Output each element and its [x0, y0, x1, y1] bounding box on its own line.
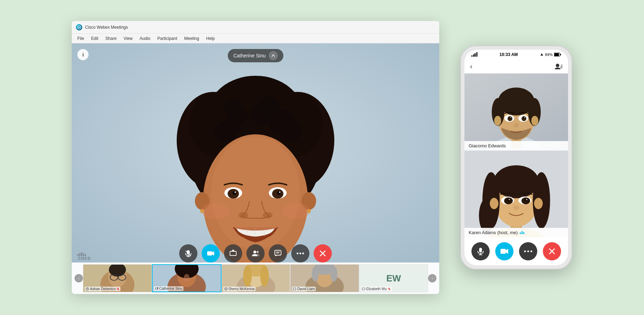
- menu-file[interactable]: File: [75, 35, 87, 42]
- cisco-text: CISCO: [78, 257, 91, 260]
- speaker-name: Catherine Sinu: [233, 53, 266, 58]
- status-time: 10:33 AM: [499, 52, 518, 57]
- svg-rect-44: [230, 251, 236, 255]
- svg-rect-60: [85, 254, 86, 257]
- svg-rect-58: [81, 252, 82, 256]
- participant-list-button[interactable]: [555, 63, 562, 70]
- svg-point-31: [279, 191, 281, 193]
- phone-video-karen: Karen Adams (host, me): [464, 150, 568, 237]
- participants-button[interactable]: [246, 244, 265, 262]
- back-button[interactable]: ‹: [470, 62, 472, 70]
- phone-nav-bar: ‹: [464, 59, 568, 74]
- menu-view[interactable]: View: [121, 35, 135, 42]
- phone-content: Giacomo Edwards: [464, 74, 568, 237]
- svg-line-94: [388, 288, 390, 290]
- muted-icon-adrian: [117, 288, 119, 290]
- prev-participant-button[interactable]: ‹: [75, 274, 83, 282]
- svg-point-137: [509, 199, 510, 200]
- svg-rect-43: [207, 251, 212, 255]
- phone-screen: 10:33 AM 84% ‹: [464, 50, 568, 265]
- thumbnail-label-elizabeth: Elizabeth Wu: [361, 287, 392, 291]
- menu-bar: File Edit Share View Audio Participant M…: [72, 34, 439, 43]
- battery-icon: [554, 52, 561, 57]
- svg-point-52: [300, 253, 301, 254]
- muted-icon-elizabeth: [388, 288, 391, 290]
- svg-point-118: [510, 117, 511, 118]
- thumbnail-label-catherine: Catherine Sinu: [154, 286, 183, 291]
- svg-point-91: [331, 266, 337, 282]
- svg-point-13: [215, 122, 236, 143]
- svg-rect-92: [293, 288, 296, 290]
- menu-audio[interactable]: Audio: [137, 35, 153, 42]
- info-button[interactable]: ℹ: [77, 49, 89, 60]
- menu-share[interactable]: Share: [103, 35, 119, 42]
- svg-point-37: [201, 203, 229, 219]
- svg-point-17: [260, 96, 279, 115]
- menu-meeting[interactable]: Meeting: [181, 35, 202, 42]
- thumbnail-strip: ‹: [72, 262, 439, 294]
- battery-percent: 84%: [545, 52, 553, 57]
- svg-point-129: [490, 198, 498, 209]
- svg-point-139: [513, 205, 519, 210]
- next-participant-button[interactable]: ›: [428, 274, 436, 282]
- thumbnail-sherry[interactable]: Sherry McKenna: [222, 264, 290, 292]
- phone-video-button[interactable]: [495, 242, 513, 260]
- mute-button[interactable]: [179, 244, 197, 262]
- svg-rect-59: [83, 253, 84, 256]
- phone-more-button[interactable]: [519, 242, 537, 260]
- svg-point-16: [224, 99, 242, 117]
- svg-point-125: [494, 165, 539, 198]
- thumbnail-label-sherry: Sherry McKenna: [223, 287, 255, 291]
- share-screen-button[interactable]: [224, 244, 242, 262]
- wifi-icon: [540, 52, 544, 57]
- giacomo-name: Giacomo Edwards: [464, 141, 568, 150]
- menu-participant[interactable]: Participant: [155, 35, 180, 42]
- more-options-button[interactable]: [291, 244, 309, 262]
- svg-rect-85: [225, 288, 226, 289]
- svg-point-119: [524, 117, 525, 118]
- svg-point-14: [279, 119, 301, 142]
- phone-end-call-button[interactable]: [543, 242, 561, 260]
- svg-point-46: [253, 251, 256, 253]
- svg-point-90: [312, 266, 318, 282]
- chat-button[interactable]: [269, 244, 287, 262]
- svg-point-32: [238, 212, 248, 218]
- svg-point-111: [531, 116, 538, 126]
- svg-point-145: [527, 251, 529, 252]
- thumbnail-elizabeth[interactable]: EW Elizabeth Wu: [359, 264, 428, 292]
- phone-mute-button[interactable]: [471, 242, 490, 260]
- svg-point-138: [526, 199, 527, 200]
- svg-point-130: [534, 198, 543, 209]
- svg-point-76: [184, 274, 190, 282]
- svg-rect-143: [500, 249, 506, 254]
- end-call-button[interactable]: [314, 244, 332, 262]
- title-bar: Cisco Webex Meetings: [72, 21, 439, 34]
- svg-point-33: [263, 212, 273, 218]
- svg-point-51: [297, 253, 299, 254]
- svg-point-99: [556, 64, 559, 67]
- thumbnail-label-david: David Liam: [292, 287, 316, 291]
- menu-help[interactable]: Help: [203, 35, 218, 42]
- thumbnail-catherine[interactable]: Catherine Sinu: [152, 264, 222, 292]
- desktop-window: Cisco Webex Meetings File Edit Share Vie…: [72, 21, 439, 294]
- svg-point-30: [234, 191, 236, 193]
- video-button[interactable]: [202, 244, 220, 262]
- svg-point-38: [282, 203, 310, 219]
- menu-edit[interactable]: Edit: [88, 35, 101, 42]
- phone-device: 10:33 AM 84% ‹: [460, 46, 572, 270]
- thumbnail-david[interactable]: David Liam: [290, 264, 359, 292]
- cisco-logo-icon: [76, 24, 82, 30]
- svg-point-53: [302, 253, 304, 254]
- svg-point-144: [524, 251, 526, 252]
- phone-control-bar: [464, 237, 568, 265]
- name-tag-arrow-icon: [268, 51, 278, 60]
- speaking-indicator: [520, 231, 524, 234]
- svg-rect-140: [479, 248, 482, 252]
- svg-point-29: [277, 191, 281, 195]
- svg-point-83: [260, 265, 268, 287]
- svg-point-82: [243, 265, 251, 287]
- svg-point-120: [513, 123, 519, 127]
- svg-rect-97: [560, 54, 561, 55]
- svg-point-146: [531, 251, 532, 252]
- thumbnail-adrian[interactable]: Adrian Delamico: [83, 264, 152, 292]
